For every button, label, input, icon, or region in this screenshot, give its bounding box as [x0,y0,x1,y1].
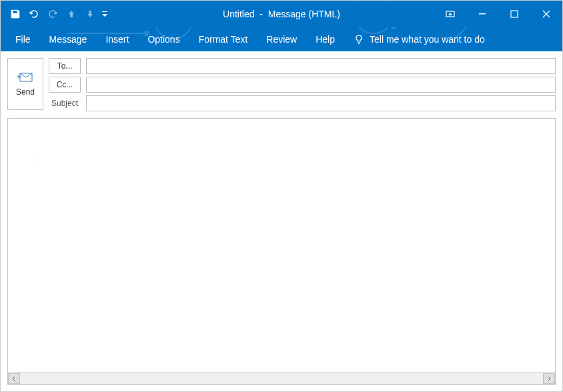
customize-qat-button[interactable] [99,5,110,23]
cc-row: Cc... [49,77,556,93]
scroll-left-button[interactable] [8,373,20,384]
menu-insert[interactable]: Insert [96,29,138,50]
send-mail-icon [17,71,33,83]
close-button[interactable] [530,1,562,27]
cc-button[interactable]: Cc... [49,77,81,93]
ribbon-display-button[interactable] [434,1,466,27]
window-controls [434,1,562,27]
compose-area: Send To... Cc... Subject [1,51,562,391]
svg-rect-7 [511,11,518,17]
next-item-button[interactable] [81,5,99,23]
menu-format-text[interactable]: Format Text [189,29,257,50]
menu-review[interactable]: Review [257,29,306,50]
tell-me-search[interactable]: Tell me what you want to do [344,29,494,50]
maximize-button[interactable] [498,1,530,27]
quick-access-toolbar [1,5,110,23]
undo-button[interactable] [25,5,43,23]
subject-input[interactable] [86,95,556,111]
app-name: Message (HTML) [268,9,340,19]
save-button[interactable] [6,5,25,23]
minimize-button[interactable] [466,1,498,27]
chevron-left-icon [11,376,17,381]
menu-message[interactable]: Message [40,29,97,50]
tell-me-label: Tell me what you want to do [370,34,485,45]
menu-file[interactable]: File [6,29,40,50]
addressing-block: Send To... Cc... Subject [7,58,556,111]
to-button[interactable]: To... [49,58,81,74]
horizontal-scrollbar [8,372,555,384]
document-name: Untitled [223,9,254,19]
subject-label: Subject [49,99,81,108]
menubar: File Message Insert Options Format Text … [1,27,562,51]
to-row: To... [49,58,556,74]
chevron-right-icon [546,376,552,381]
send-label: Send [16,87,35,97]
svg-rect-6 [479,13,486,15]
cc-input[interactable] [86,77,556,93]
window-title: Untitled - Message (HTML) [223,9,340,19]
to-input[interactable] [86,58,556,74]
lightbulb-icon [354,34,364,45]
titlebar: Untitled - Message (HTML) [1,1,562,27]
header-fields: To... Cc... Subject [49,58,556,111]
scroll-right-button[interactable] [543,373,555,384]
message-body[interactable] [8,119,555,372]
menu-help[interactable]: Help [306,29,344,50]
previous-item-button[interactable] [62,5,81,23]
title-separator: - [259,9,263,19]
redo-button[interactable] [43,5,62,23]
menu-options[interactable]: Options [138,29,189,50]
send-button[interactable]: Send [7,58,43,110]
subject-row: Subject [49,95,556,111]
message-body-container [7,118,556,385]
